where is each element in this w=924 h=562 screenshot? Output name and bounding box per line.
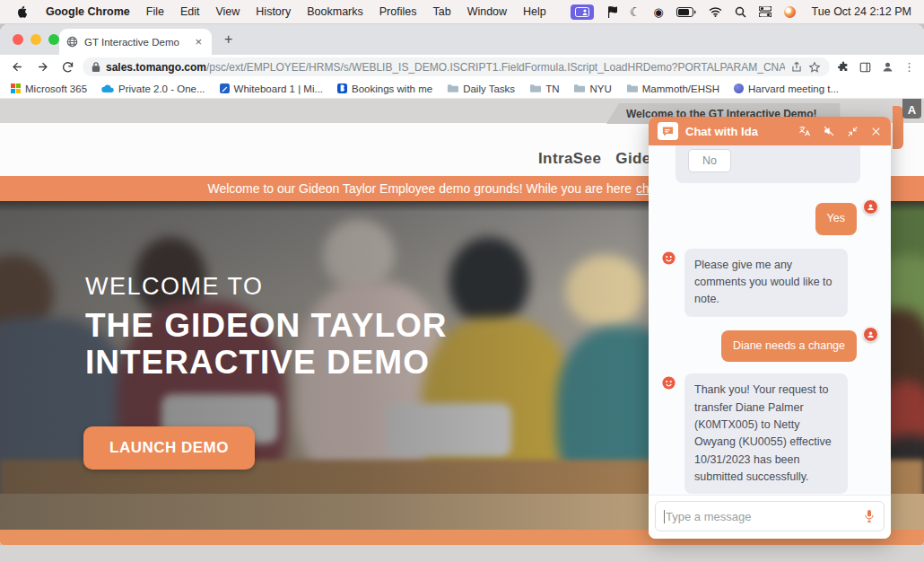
mic-icon[interactable] bbox=[863, 509, 876, 523]
bookmark-folder-tn[interactable]: TN bbox=[529, 83, 559, 94]
message-input[interactable] bbox=[664, 510, 863, 523]
forward-button[interactable] bbox=[32, 57, 52, 77]
profile-avatar-icon[interactable] bbox=[881, 60, 894, 74]
window-close-button[interactable] bbox=[13, 34, 23, 45]
share-icon[interactable] bbox=[790, 61, 803, 74]
flag-icon[interactable] bbox=[606, 5, 617, 18]
bookings-icon bbox=[337, 83, 347, 93]
focus-moon-icon[interactable]: ☾ bbox=[630, 4, 641, 19]
folder-icon bbox=[626, 83, 638, 93]
url-text: sales.tomango.com/psc/ext/EMPLOYEE/HRMS/… bbox=[106, 61, 785, 74]
user-message: Yes bbox=[815, 203, 857, 235]
person-icon bbox=[867, 203, 875, 211]
menubar-history[interactable]: History bbox=[248, 5, 299, 18]
menubar-window[interactable]: Window bbox=[459, 5, 515, 18]
onedrive-cloud-icon bbox=[101, 84, 114, 93]
launch-demo-button[interactable]: LAUNCH DEMO bbox=[83, 426, 255, 470]
user-avatar bbox=[863, 199, 878, 215]
apple-logo-icon[interactable] bbox=[16, 5, 29, 19]
mute-icon[interactable] bbox=[823, 125, 835, 137]
brand-intrasee: IntraSee bbox=[538, 150, 601, 168]
browser-toolbar: sales.tomango.com/psc/ext/EMPLOYEE/HRMS/… bbox=[0, 55, 924, 79]
quick-reply-no-button[interactable]: No bbox=[688, 149, 731, 172]
folder-icon bbox=[447, 83, 458, 93]
desktop-background bbox=[0, 545, 924, 562]
chat-input-area bbox=[649, 495, 891, 539]
hero-line1: WELCOME TO bbox=[85, 273, 447, 301]
bot-avatar bbox=[661, 250, 676, 266]
chat-header: Chat with Ida bbox=[649, 117, 891, 145]
tab-close-icon[interactable]: × bbox=[192, 35, 205, 48]
browser-menu-icon[interactable]: ⋮ bbox=[903, 60, 915, 74]
tab-gt-interactive-demo[interactable]: GT Interactive Demo × bbox=[59, 29, 212, 55]
close-icon[interactable] bbox=[870, 126, 882, 137]
chat-logo-icon bbox=[658, 122, 678, 140]
bot-avatar bbox=[661, 375, 676, 391]
screen: Google Chrome File Edit View History Boo… bbox=[0, 0, 924, 562]
bot-message: Please give me any comments you would li… bbox=[684, 249, 848, 317]
message-input-box[interactable] bbox=[655, 501, 885, 531]
bookmarks-bar: Microsoft 365 Private 2.0 - One... White… bbox=[0, 79, 924, 99]
banner-text: Welcome to our Gideon Taylor Employee de… bbox=[207, 181, 632, 196]
chat-panel: Chat with Ida No Yes Please give me any bbox=[649, 117, 891, 539]
whiteboard-icon bbox=[220, 83, 230, 93]
chat-message-list[interactable]: No Yes Please give me any comments you w… bbox=[649, 145, 891, 495]
wifi-icon[interactable] bbox=[709, 7, 722, 17]
tab-strip: GT Interactive Demo × + bbox=[0, 24, 924, 55]
back-button[interactable] bbox=[7, 57, 27, 77]
hero-line3: INTERACTIVE DEMO bbox=[85, 345, 447, 382]
extensions-icon[interactable] bbox=[837, 61, 850, 74]
window-zoom-button[interactable] bbox=[48, 34, 59, 45]
address-bar[interactable]: sales.tomango.com/psc/ext/EMPLOYEE/HRMS/… bbox=[83, 57, 830, 76]
bookmark-bookings[interactable]: Bookings with me bbox=[337, 83, 432, 94]
url-path: /psc/ext/EMPLOYEE/HRMS/s/WEBLIB_IS_DEMO.… bbox=[206, 61, 785, 74]
menubar-bookmarks[interactable]: Bookmarks bbox=[299, 5, 371, 18]
chat-title: Chat with Ida bbox=[685, 125, 791, 138]
app-color-dot-icon[interactable] bbox=[784, 6, 796, 18]
menubar-file[interactable]: File bbox=[138, 5, 172, 18]
battery-icon bbox=[676, 7, 696, 17]
bookmark-harvard-meeting[interactable]: Harvard meeting t... bbox=[734, 83, 839, 94]
bookmark-private-onedrive[interactable]: Private 2.0 - One... bbox=[101, 83, 205, 94]
record-icon[interactable]: ◉ bbox=[653, 5, 663, 19]
avatar-badge[interactable]: A bbox=[902, 99, 921, 119]
menubar-edit[interactable]: Edit bbox=[172, 5, 208, 18]
menubar-help[interactable]: Help bbox=[515, 5, 554, 18]
window-minimize-button[interactable] bbox=[31, 34, 41, 45]
side-panel-icon[interactable] bbox=[859, 61, 872, 74]
control-center-icon[interactable] bbox=[759, 6, 771, 17]
hero-line2: THE GIDEON TAYLOR bbox=[85, 308, 447, 345]
menubar-clock[interactable]: Tue Oct 24 2:12 PM bbox=[812, 5, 911, 18]
bookmark-whiteboard[interactable]: Whiteboard 1 | Mi... bbox=[220, 83, 324, 94]
reload-button[interactable] bbox=[57, 57, 77, 77]
text-caret bbox=[664, 510, 665, 523]
folder-icon bbox=[573, 83, 585, 93]
bookmark-microsoft-365[interactable]: Microsoft 365 bbox=[11, 83, 87, 94]
user-message: Diane needs a change bbox=[721, 330, 857, 363]
spotlight-search-icon[interactable] bbox=[735, 6, 746, 18]
menubar-profiles[interactable]: Profiles bbox=[371, 5, 425, 18]
bookmark-star-icon[interactable] bbox=[808, 61, 821, 74]
folder-icon bbox=[529, 83, 541, 93]
meeting-icon bbox=[734, 83, 744, 93]
macos-menubar: Google Chrome File Edit View History Boo… bbox=[0, 0, 924, 24]
lock-icon bbox=[92, 61, 100, 73]
screen-sharing-icon[interactable] bbox=[571, 4, 594, 20]
quick-reply-bubble: No bbox=[676, 145, 860, 183]
bot-message: Thank you! Your request to transfer Dian… bbox=[684, 373, 848, 494]
menubar-view[interactable]: View bbox=[207, 5, 248, 18]
bookmark-folder-daily-tasks[interactable]: Daily Tasks bbox=[447, 83, 515, 94]
menubar-app-name[interactable]: Google Chrome bbox=[38, 5, 138, 18]
url-domain: sales.tomango.com bbox=[106, 61, 206, 74]
hero-headline: WELCOME TO THE GIDEON TAYLOR INTERACTIVE… bbox=[85, 273, 447, 381]
tab-title: GT Interactive Demo bbox=[84, 37, 186, 48]
translate-icon[interactable] bbox=[798, 125, 811, 137]
person-icon bbox=[867, 330, 875, 338]
user-avatar bbox=[863, 327, 878, 342]
microsoft-icon bbox=[11, 83, 21, 93]
collapse-icon[interactable] bbox=[847, 126, 859, 137]
bookmark-folder-mammoth[interactable]: Mammoth/EHSH bbox=[626, 83, 719, 94]
bookmark-folder-nyu[interactable]: NYU bbox=[573, 83, 611, 94]
menubar-tab[interactable]: Tab bbox=[424, 5, 458, 18]
new-tab-button[interactable]: + bbox=[219, 31, 238, 48]
